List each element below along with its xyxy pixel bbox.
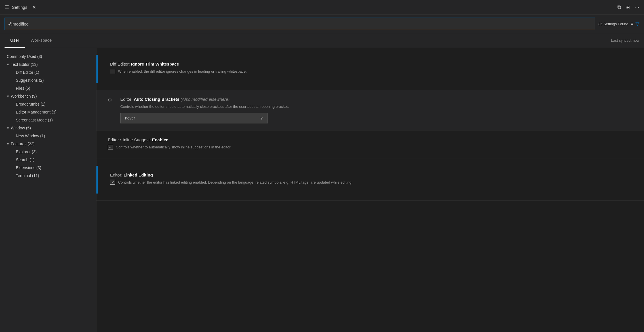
title-bar-left: ☰ Settings ✕ [5, 3, 38, 11]
checkmark-icon: ✓ [111, 180, 114, 184]
chevron-icon: ∨ [7, 94, 9, 98]
sidebar-item-search[interactable]: Search (1) [0, 156, 96, 164]
sidebar-item-files[interactable]: Files (6) [0, 84, 96, 92]
sidebar-item-features[interactable]: ∨ Features (22) [0, 140, 96, 148]
search-input-wrapper[interactable] [5, 18, 595, 30]
sidebar-label: Commonly Used (3) [7, 54, 42, 59]
more-actions-icon[interactable]: ⋯ [634, 4, 639, 10]
sidebar-label: Breadcrumbs (1) [16, 102, 45, 106]
setting-title-bold: Ignore Trim Whitespace [131, 62, 179, 66]
tab-workspace[interactable]: Workspace [25, 33, 58, 48]
title-bar-right: ⧉ ⊞ ⋯ [617, 4, 639, 10]
setting-title-prefix: Editor: [110, 173, 124, 177]
setting-item-inline-suggest: Editor › Inline Suggest: Enabled ✓ Contr… [96, 131, 644, 159]
sidebar-label: Suggestions (2) [16, 78, 44, 83]
checkbox-row: ✓ Controls whether to automatically show… [108, 144, 633, 150]
menu-icon[interactable]: ☰ [5, 4, 9, 10]
sidebar-item-workbench[interactable]: ∨ Workbench (9) [0, 92, 96, 100]
gear-icon[interactable]: ⚙ [108, 97, 112, 103]
sort-icon[interactable]: ≡ [631, 21, 633, 26]
sidebar-label: Files (6) [16, 86, 30, 91]
results-count: 86 Settings Found [598, 22, 628, 26]
sidebar-item-suggestions[interactable]: Suggestions (2) [0, 76, 96, 84]
sidebar-item-breadcrumbs[interactable]: Breadcrumbs (1) [0, 100, 96, 108]
sidebar-item-text-editor[interactable]: ∨ Text Editor (13) [0, 60, 96, 68]
setting-title: Diff Editor: Ignore Trim Whitespace [110, 62, 621, 66]
sidebar-item-commonly-used[interactable]: Commonly Used (3) [0, 52, 96, 60]
tab-user[interactable]: User [5, 33, 25, 48]
checkbox-row: When enabled, the diff editor ignores ch… [110, 69, 621, 74]
setting-control: never ∨ [120, 113, 635, 123]
setting-body: Editor: Auto Closing Brackets (Also modi… [120, 97, 635, 124]
checkbox-linked-editing[interactable]: ✓ [110, 180, 115, 185]
setting-desc: Controls whether the editor has linked e… [118, 180, 352, 185]
sidebar-item-terminal[interactable]: Terminal (11) [0, 172, 96, 180]
filter-icon[interactable]: ▽ [635, 21, 639, 27]
setting-desc: When enabled, the diff editor ignores ch… [118, 69, 247, 74]
search-results-info: 86 Settings Found ≡ ▽ [598, 21, 639, 27]
tabs-bar: User Workspace Last synced: now [0, 33, 644, 48]
sidebar-label: Screencast Mode (1) [16, 118, 53, 122]
sidebar-item-editor-management[interactable]: Editor Management (3) [0, 108, 96, 116]
setting-title-bold: Enabled [152, 137, 169, 142]
setting-desc: Controls whether the editor should autom… [120, 104, 635, 110]
checkbox-inline-suggest[interactable]: ✓ [108, 145, 113, 150]
setting-item-linked-editing: Editor: Linked Editing ✓ Controls whethe… [96, 159, 644, 201]
sidebar-label: Diff Editor (1) [16, 70, 39, 75]
checkbox-row: ✓ Controls whether the editor has linked… [110, 180, 621, 185]
sidebar-item-explorer[interactable]: Explorer (3) [0, 148, 96, 156]
dropdown-value: never [125, 116, 135, 120]
sidebar-item-window[interactable]: ∨ Window (5) [0, 124, 96, 132]
setting-item-auto-closing-brackets: ⚙ Editor: Auto Closing Brackets (Also mo… [96, 90, 644, 131]
setting-control: When enabled, the diff editor ignores ch… [110, 69, 621, 74]
sidebar-label: Text Editor (13) [11, 62, 38, 67]
chevron-down-icon: ∨ [260, 116, 263, 120]
sidebar-label: Features (22) [11, 142, 35, 146]
close-button[interactable]: ✕ [30, 3, 38, 11]
sidebar-label: Editor Management (3) [16, 110, 56, 114]
sidebar-label: Terminal (11) [16, 173, 39, 178]
setting-left-bar [96, 166, 98, 194]
setting-title-prefix: Editor › Inline Suggest: [108, 137, 152, 142]
sidebar-label: Workbench (9) [11, 94, 37, 98]
sidebar-label: Search (1) [16, 157, 34, 162]
setting-title-extra: (Also modified elsewhere) [179, 97, 230, 102]
setting-title: Editor: Auto Closing Brackets (Also modi… [120, 97, 635, 102]
sidebar-item-diff-editor[interactable]: Diff Editor (1) [0, 68, 96, 76]
setting-desc: Controls whether to automatically show i… [116, 144, 231, 150]
sidebar: Commonly Used (3) ∨ Text Editor (13) Dif… [0, 48, 96, 332]
setting-item-diff-editor-ignore-trim-whitespace: Diff Editor: Ignore Trim Whitespace When… [96, 48, 644, 90]
chevron-icon: ∨ [7, 126, 9, 130]
sidebar-label: Extensions (3) [16, 165, 41, 170]
setting-gear-area: ⚙ [108, 97, 117, 103]
chevron-icon: ∨ [7, 142, 9, 146]
sidebar-item-screencast-mode[interactable]: Screencast Mode (1) [0, 116, 96, 124]
dropdown-auto-closing-brackets[interactable]: never ∨ [120, 113, 268, 123]
setting-control: ✓ Controls whether the editor has linked… [110, 180, 621, 185]
setting-left-bar [96, 55, 98, 83]
sidebar-label: Window (5) [11, 126, 31, 130]
setting-title-bold: Auto Closing Brackets [134, 97, 180, 102]
split-editor-icon[interactable]: ⧉ [617, 4, 621, 10]
setting-title-prefix: Editor: [120, 97, 134, 102]
sidebar-label: Explorer (3) [16, 150, 37, 154]
sidebar-label: New Window (1) [16, 134, 45, 138]
checkmark-icon: ✓ [109, 145, 112, 149]
sidebar-item-new-window[interactable]: New Window (1) [0, 132, 96, 140]
setting-title: Editor: Linked Editing [110, 173, 621, 177]
checkbox-diff-ignore-trim[interactable] [110, 69, 115, 74]
search-bar: 86 Settings Found ≡ ▽ [0, 15, 644, 33]
title-bar: ☰ Settings ✕ ⧉ ⊞ ⋯ [0, 0, 644, 15]
search-input[interactable] [8, 22, 591, 26]
setting-title-prefix: Diff Editor: [110, 62, 131, 66]
sync-text: Last synced: now [611, 38, 639, 43]
sidebar-item-extensions[interactable]: Extensions (3) [0, 164, 96, 172]
settings-content: Diff Editor: Ignore Trim Whitespace When… [96, 48, 644, 332]
setting-control: ✓ Controls whether to automatically show… [108, 144, 633, 150]
tabs-left: User Workspace [5, 33, 57, 48]
setting-title: Editor › Inline Suggest: Enabled [108, 137, 633, 142]
main-layout: Commonly Used (3) ∨ Text Editor (13) Dif… [0, 48, 644, 332]
open-settings-icon[interactable]: ⊞ [626, 4, 630, 10]
window-title: Settings [12, 5, 27, 10]
chevron-icon: ∨ [7, 63, 9, 66]
